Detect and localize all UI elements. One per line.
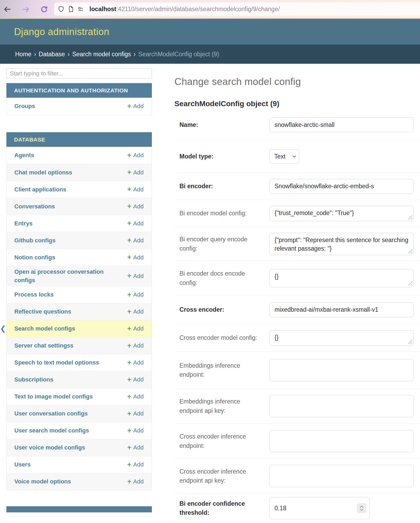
model-link-chat-model-optionss[interactable]: Chat model optionss xyxy=(14,168,72,177)
sidebar-item-text-to-image-model-configs[interactable]: Text to image model configs+Add xyxy=(7,388,152,405)
sidebar-item-process-locks[interactable]: Process locks+Add xyxy=(7,286,152,303)
model-link-notion-configs[interactable]: Notion configs xyxy=(14,253,55,262)
address-bar[interactable]: localhost:42110/server/admin/database/se… xyxy=(54,2,420,16)
sidebar-modules: Authentication and AuthorizationGroups+A… xyxy=(6,83,152,490)
model-link-agents[interactable]: Agents xyxy=(14,151,34,160)
model-link-subscriptions[interactable]: Subscriptions xyxy=(14,375,53,384)
model-link-github-configs[interactable]: Github configs xyxy=(14,236,55,245)
model-link-process-locks[interactable]: Process locks xyxy=(14,290,54,299)
add-link-users[interactable]: +Add xyxy=(127,461,144,468)
sidebar-item-users[interactable]: Users+Add xyxy=(7,456,152,473)
bi-encoder-input[interactable] xyxy=(269,179,414,194)
reload-icon[interactable] xyxy=(40,6,48,13)
sidebar-collapse-icon[interactable]: ❮ xyxy=(0,324,6,333)
add-link-groups[interactable]: +Add xyxy=(127,103,144,110)
add-link-user-search-model-configs[interactable]: +Add xyxy=(127,427,144,434)
sidebar-item-chat-model-optionss[interactable]: Chat model optionss+Add xyxy=(7,164,152,181)
model-link-conversations[interactable]: Conversations xyxy=(14,202,55,211)
sidebar-item-groups[interactable]: Groups+Add xyxy=(7,98,152,115)
name-input[interactable] xyxy=(269,117,414,132)
site-title[interactable]: Django administration xyxy=(14,26,109,37)
sidebar-item-agents[interactable]: Agents+Add xyxy=(7,147,152,164)
url-path[interactable]: :42110/server/admin/database/searchmodel… xyxy=(116,6,280,12)
sidebar-item-open-ai-processor-conversation-configs[interactable]: Open ai processor conversation configs+A… xyxy=(7,266,152,286)
add-link-reflective-questions[interactable]: +Add xyxy=(127,308,144,315)
sidebar-item-reflective-questions[interactable]: Reflective questions+Add xyxy=(7,303,152,320)
add-link-client-applications[interactable]: +Add xyxy=(127,186,144,193)
sidebar-filter-input[interactable] xyxy=(6,68,152,79)
breadcrumb-search-model-configs[interactable]: Search model configs xyxy=(72,51,131,58)
cross-encoder-model-config-textarea[interactable] xyxy=(269,330,414,346)
bi-encoder-confidence-threshold-input[interactable] xyxy=(269,497,370,519)
cross-encoder-inference-endpoint-api-key-input[interactable] xyxy=(269,465,414,487)
add-link-user-voice-model-configs[interactable]: +Add xyxy=(127,444,144,451)
sidebar-item-subscriptions[interactable]: Subscriptions+Add xyxy=(7,371,152,388)
add-link-entrys[interactable]: +Add xyxy=(127,220,144,227)
number-spinner[interactable] xyxy=(357,503,366,513)
sidebar-item-voice-model-options[interactable]: Voice model options+Add xyxy=(7,473,152,490)
container-icon[interactable] xyxy=(78,6,84,12)
bi-encoder-confidence-threshold-number-wrap xyxy=(269,497,370,519)
page-icon[interactable] xyxy=(68,6,74,12)
sidebar-item-notion-configs[interactable]: Notion configs+Add xyxy=(7,249,152,266)
sidebar-item-server-chat-settingss[interactable]: Server chat settingss+Add xyxy=(7,337,152,354)
breadcrumb-current: SearchModelConfig object (9) xyxy=(138,51,219,58)
embeddings-inference-endpoint-api-key-input[interactable] xyxy=(269,395,414,417)
cross-encoder-inference-endpoint-input[interactable] xyxy=(269,430,414,452)
breadcrumb-database[interactable]: Database xyxy=(39,51,65,58)
model-link-user-conversation-configs[interactable]: User conversation configs xyxy=(14,409,88,418)
model-link-entrys[interactable]: Entrys xyxy=(14,219,32,228)
add-link-search-model-configs[interactable]: +Add xyxy=(127,325,144,332)
sidebar-item-client-applications[interactable]: Client applications+Add xyxy=(7,181,152,198)
sidebar-item-user-voice-model-configs[interactable]: User voice model configs+Add xyxy=(7,439,152,456)
add-link-agents[interactable]: +Add xyxy=(127,152,144,159)
add-link-server-chat-settingss[interactable]: +Add xyxy=(127,342,144,349)
bi-encoder-docs-encode-config-textarea[interactable] xyxy=(269,269,414,287)
add-link-voice-model-options[interactable]: +Add xyxy=(127,478,144,485)
shield-icon[interactable] xyxy=(58,6,64,12)
sidebar-item-speech-to-text-model-optionss[interactable]: Speech to text model optionss+Add xyxy=(7,354,152,371)
model-link-reflective-questions[interactable]: Reflective questions xyxy=(14,307,71,316)
sidebar-item-user-search-model-configs[interactable]: User search model configs+Add xyxy=(7,422,152,439)
sidebar-item-github-configs[interactable]: Github configs+Add xyxy=(7,232,152,249)
field-label-model-type: Model type: xyxy=(179,152,263,161)
embeddings-inference-endpoint-input[interactable] xyxy=(269,359,414,381)
sidebar-item-search-model-configs[interactable]: Search model configs+Add xyxy=(7,320,152,337)
model-link-speech-to-text-model-optionss[interactable]: Speech to text model optionss xyxy=(14,358,99,367)
model-link-user-voice-model-configs[interactable]: User voice model configs xyxy=(14,443,85,452)
add-link-subscriptions[interactable]: +Add xyxy=(127,376,144,383)
url-text[interactable]: localhost:42110/server/admin/database/se… xyxy=(89,6,280,13)
model-link-open-ai-processor-conversation-configs[interactable]: Open ai processor conversation configs xyxy=(14,268,115,285)
cross-encoder-input[interactable] xyxy=(269,302,414,317)
model-link-client-applications[interactable]: Client applications xyxy=(14,185,66,194)
model-link-groups[interactable]: Groups xyxy=(14,102,35,110)
sidebar-item-conversations[interactable]: Conversations+Add xyxy=(7,198,152,215)
add-link-chat-model-optionss[interactable]: +Add xyxy=(127,169,144,176)
breadcrumb-home[interactable]: Home xyxy=(15,51,31,58)
bi-encoder-model-config-textarea[interactable] xyxy=(269,206,414,221)
forward-icon[interactable] xyxy=(22,6,29,13)
model-link-text-to-image-model-configs[interactable]: Text to image model configs xyxy=(14,392,93,401)
sidebar-item-user-conversation-configs[interactable]: User conversation configs+Add xyxy=(7,405,152,422)
url-host[interactable]: localhost xyxy=(89,6,116,12)
sidebar-item-entrys[interactable]: Entrys+Add xyxy=(7,215,152,232)
model-link-user-search-model-configs[interactable]: User search model configs xyxy=(14,426,89,435)
add-link-user-conversation-configs[interactable]: +Add xyxy=(127,410,144,417)
model-link-voice-model-options[interactable]: Voice model options xyxy=(14,477,71,486)
add-link-process-locks[interactable]: +Add xyxy=(127,291,144,298)
bi-encoder-query-encode-config-textarea[interactable] xyxy=(269,233,414,255)
model-link-users[interactable]: Users xyxy=(14,460,31,469)
model-link-search-model-configs[interactable]: Search model configs xyxy=(14,324,75,333)
back-icon[interactable] xyxy=(4,6,11,13)
plus-icon: + xyxy=(127,359,131,366)
add-link-speech-to-text-model-optionss[interactable]: +Add xyxy=(127,359,144,366)
plus-icon: + xyxy=(127,376,131,383)
model-link-server-chat-settingss[interactable]: Server chat settingss xyxy=(14,341,74,350)
add-link-notion-configs[interactable]: +Add xyxy=(127,254,144,261)
model-type-select[interactable]: Text xyxy=(269,149,299,164)
add-link-github-configs[interactable]: +Add xyxy=(127,237,144,244)
add-link-open-ai-processor-conversation-configs[interactable]: +Add xyxy=(127,272,144,280)
add-link-text-to-image-model-configs[interactable]: +Add xyxy=(127,393,144,400)
add-link-conversations[interactable]: +Add xyxy=(127,203,144,210)
field-widget-bi-encoder-query-encode-config xyxy=(269,233,414,255)
